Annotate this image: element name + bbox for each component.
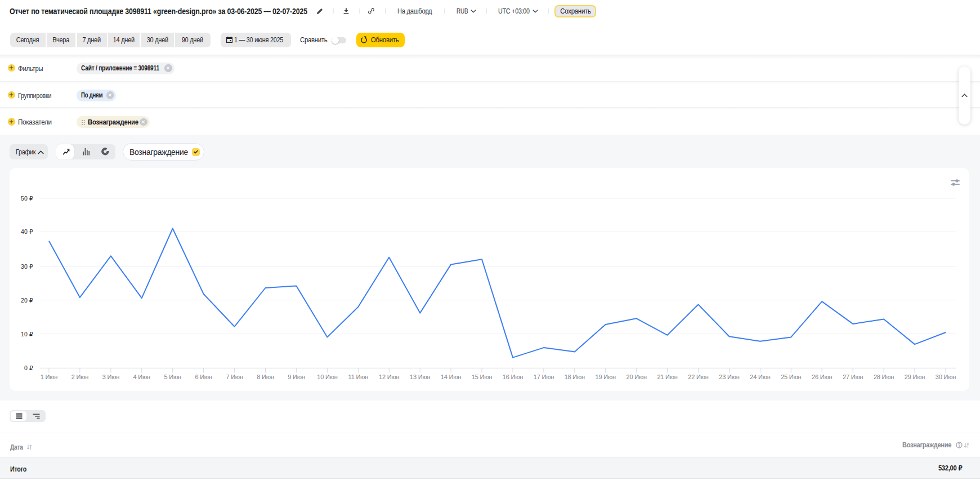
svg-text:11 Июн: 11 Июн [348,374,369,380]
svg-text:26 Июн: 26 Июн [812,374,832,380]
svg-text:8 Июн: 8 Июн [257,374,274,380]
svg-text:10 Июн: 10 Июн [317,374,337,380]
svg-text:21 Июн: 21 Июн [657,374,677,380]
svg-text:5 Июн: 5 Июн [164,374,181,380]
svg-text:12 Июн: 12 Июн [379,374,399,380]
svg-text:10 ₽: 10 ₽ [21,331,33,337]
svg-text:18 Июн: 18 Июн [565,374,585,380]
svg-text:15 Июн: 15 Июн [472,374,492,380]
svg-text:13 Июн: 13 Июн [410,374,430,380]
svg-text:25 Июн: 25 Июн [781,374,801,380]
svg-text:40 ₽: 40 ₽ [21,228,33,235]
svg-text:9 Июн: 9 Июн [288,374,305,380]
svg-text:20 ₽: 20 ₽ [21,297,33,304]
svg-text:22 Июн: 22 Июн [688,374,708,380]
svg-text:50 ₽: 50 ₽ [21,195,33,202]
svg-text:30 Июн: 30 Июн [936,374,956,380]
svg-text:29 Июн: 29 Июн [905,374,925,380]
svg-text:2 Июн: 2 Июн [71,374,89,380]
svg-text:17 Июн: 17 Июн [534,374,554,380]
svg-text:16 Июн: 16 Июн [503,374,523,380]
svg-text:20 Июн: 20 Июн [627,374,647,380]
svg-text:30 ₽: 30 ₽ [21,263,33,270]
svg-text:23 Июн: 23 Июн [719,374,739,380]
svg-text:4 Июн: 4 Июн [133,374,151,380]
svg-text:7 Июн: 7 Июн [226,374,243,380]
svg-text:14 Июн: 14 Июн [441,374,461,380]
svg-text:1 Июн: 1 Июн [41,374,58,380]
svg-text:0 ₽: 0 ₽ [24,365,33,371]
svg-text:28 Июн: 28 Июн [874,374,894,380]
svg-text:6 Июн: 6 Июн [195,374,212,380]
svg-text:24 Июн: 24 Июн [750,374,770,380]
svg-text:27 Июн: 27 Июн [843,374,863,380]
svg-text:3 Июн: 3 Июн [102,374,120,380]
svg-text:19 Июн: 19 Июн [596,374,616,380]
